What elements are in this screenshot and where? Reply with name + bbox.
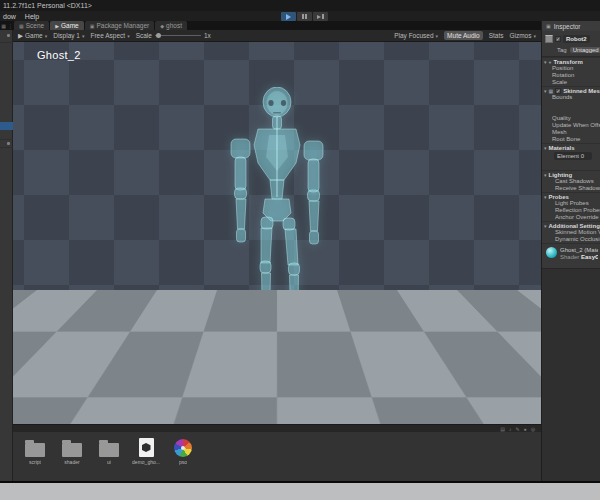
folder-icon	[25, 443, 45, 457]
tab-package-manager-label: Package Manager	[96, 22, 149, 29]
project-item-asset[interactable]: demo_gho...	[133, 438, 159, 481]
game-view-dropdown[interactable]: ▶ Game ▾	[18, 32, 47, 40]
tab-game[interactable]: ▶ Game	[50, 21, 84, 30]
anchor-override-row[interactable]: Anchor Override	[542, 214, 600, 221]
transport-controls	[281, 12, 328, 21]
additional-settings-foldout[interactable]: ▾ Additional Settings	[542, 221, 600, 229]
gizmos-dropdown[interactable]: Gizmos ▾	[509, 32, 536, 39]
lighting-foldout[interactable]: ▾ Lighting	[542, 170, 600, 178]
game-viewport[interactable]: Ghost_2 ‹ ›	[13, 42, 541, 424]
scene-icon: ▦	[19, 23, 24, 29]
mesh-row[interactable]: Mesh	[542, 129, 600, 136]
scale-slider[interactable]: Scale 1x	[136, 32, 211, 39]
cast-shadows-row[interactable]: Cast Shadows	[542, 178, 600, 185]
gameobject-cube-icon	[545, 35, 553, 43]
window-title: 11.2.7f1c1 Personal <DX11>	[0, 0, 600, 11]
toolbar-icon-4[interactable]: ●	[524, 426, 527, 432]
chevron-down-icon: ▾	[127, 33, 130, 39]
aspect-dropdown[interactable]: Free Aspect ▾	[90, 32, 129, 39]
play-focused-dropdown[interactable]: Play Focused ▾	[394, 32, 438, 39]
quality-row[interactable]: Quality	[542, 115, 600, 122]
foldout-icon[interactable]: ▾	[544, 59, 547, 65]
toolbar-icon-2[interactable]: ♪	[509, 426, 512, 432]
tag-dropdown[interactable]: Untagged	[570, 47, 600, 53]
hierarchy-selected-row[interactable]	[0, 122, 13, 130]
unity-logo-icon: ◆	[160, 23, 164, 29]
tab-scene-label: Scene	[26, 22, 44, 29]
prev-arrow-button[interactable]: ‹	[515, 386, 521, 403]
foldout-icon[interactable]: ▾	[544, 145, 547, 151]
more-icon[interactable]: ⋮	[8, 22, 13, 30]
mesh-renderer-icon: ▦	[549, 88, 554, 94]
collapsed-hierarchy-panel[interactable]	[0, 30, 13, 481]
skinned-motion-vectors-row[interactable]: Skinned Motion Vect	[542, 229, 600, 236]
active-checkbox[interactable]: ✓	[555, 36, 561, 42]
probes-foldout[interactable]: ▾ Probes	[542, 192, 600, 200]
foldout-icon[interactable]: ▾	[544, 223, 547, 229]
chevron-down-icon: ▾	[45, 33, 48, 39]
unity-asset-icon	[139, 438, 154, 457]
chevron-down-icon: ▾	[533, 33, 536, 39]
project-item-folder[interactable]: shader	[59, 438, 85, 481]
transform-icon: +	[549, 59, 552, 65]
project-item-folder[interactable]: ui	[96, 438, 122, 481]
project-browser: script shader ui demo_gho... pso	[0, 432, 541, 481]
scale-value: 1x	[204, 32, 211, 39]
tab-game-label: Game	[61, 22, 79, 29]
transform-rotation-row[interactable]: Rotation	[542, 72, 600, 79]
next-arrow-button[interactable]: ›	[527, 386, 533, 403]
toolbar-icon-1[interactable]: ▤	[500, 426, 505, 432]
stats-toggle[interactable]: Stats	[489, 32, 504, 39]
shader-value-dropdown[interactable]: EasyGa	[581, 254, 598, 260]
mute-audio-toggle[interactable]: Mute Audio	[444, 31, 483, 40]
pause-button[interactable]	[297, 12, 312, 21]
reflection-probes-row[interactable]: Reflection Probes	[542, 207, 600, 214]
tab-strip: ▦ ⋮ ▦ Scene ▶ Game ▣ Package Manager ◆ g…	[0, 21, 600, 30]
update-offscreen-row[interactable]: Update When Offscreen	[542, 122, 600, 129]
transform-position-row[interactable]: Position	[542, 65, 600, 72]
toolbar-icon-5[interactable]: ◎	[531, 426, 535, 432]
inspector-icon: ▣	[546, 23, 551, 29]
menu-item-window[interactable]: dow	[3, 13, 16, 20]
scale-slider-knob[interactable]	[156, 33, 161, 38]
material-preview-header[interactable]: Ghost_2 (Mater Shader EasyGa	[542, 243, 600, 265]
skinned-mesh-renderer-header[interactable]: ▾ ▦ ✓ Skinned Mesh R	[542, 86, 600, 94]
foldout-icon[interactable]: ▾	[544, 194, 547, 200]
foldout-icon[interactable]: ▾	[544, 172, 547, 178]
play-button[interactable]	[281, 12, 296, 21]
transform-scale-row[interactable]: Scale	[542, 79, 600, 86]
receive-shadows-row[interactable]: Receive Shadows	[542, 185, 600, 192]
display-dropdown[interactable]: Display 1 ▾	[53, 32, 84, 39]
folder-icon	[62, 443, 82, 457]
background-strip	[0, 483, 600, 500]
tab-package-manager[interactable]: ▣ Package Manager	[85, 21, 155, 30]
toolbar-icon-3[interactable]: ✎	[515, 426, 519, 432]
transform-component-header[interactable]: ▾ + Transform	[542, 57, 600, 65]
inspector-panel: ✓ Robot2 Tag Untagged ▾ + Transform Posi…	[541, 31, 600, 481]
inspector-empty-area	[542, 268, 600, 481]
tab-scene[interactable]: ▦ Scene	[14, 21, 49, 30]
material-element-field[interactable]: Element 0	[554, 152, 592, 160]
project-item-image[interactable]: pso	[170, 438, 196, 481]
tab-inspector[interactable]: ▣ Inspector	[541, 21, 600, 31]
dynamic-occlusion-row[interactable]: Dynamic Occlusion	[542, 236, 600, 243]
tag-label: Tag	[557, 47, 567, 53]
project-item-folder[interactable]: script	[22, 438, 48, 481]
light-probes-row[interactable]: Light Probes	[542, 200, 600, 207]
materials-foldout[interactable]: ▾ Materials	[542, 143, 600, 151]
step-icon	[317, 15, 321, 19]
menu-item-help[interactable]: Help	[25, 13, 39, 20]
scale-slider-track[interactable]	[155, 35, 201, 36]
tab-ghost-label: ghost	[166, 22, 182, 29]
bounds-row[interactable]: Bounds	[542, 94, 600, 101]
root-bone-row[interactable]: Root Bone	[542, 136, 600, 143]
tab-ghost[interactable]: ◆ ghost	[155, 21, 187, 30]
foldout-icon[interactable]: ▾	[544, 88, 547, 94]
object-name-field[interactable]: Robot2	[563, 35, 590, 43]
material-name: Ghost_2 (Mater	[560, 247, 598, 254]
game-icon: ▶	[18, 32, 23, 40]
tab-inspector-label: Inspector	[554, 23, 581, 30]
component-enabled-checkbox[interactable]: ✓	[555, 88, 561, 94]
grid-icon[interactable]: ▦	[1, 22, 6, 30]
step-button[interactable]	[313, 12, 328, 21]
